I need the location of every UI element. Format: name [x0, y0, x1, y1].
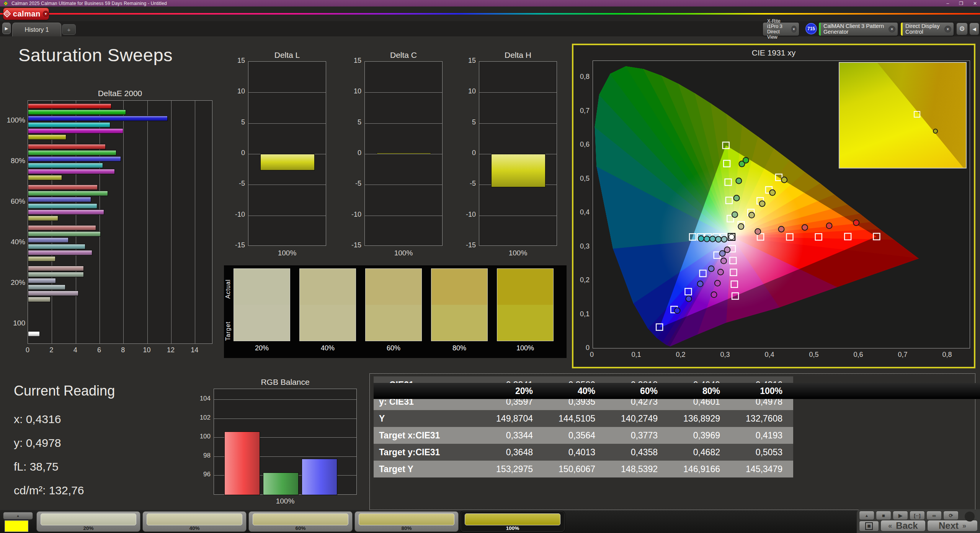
maximize-button[interactable]: ❐	[959, 1, 963, 6]
measured-point-cyan	[704, 236, 710, 242]
current-reading-line: fL: 38,75	[14, 460, 59, 473]
next-button[interactable]: Next »	[927, 520, 978, 531]
meter-dropdown[interactable]: X-Rite i1Pro 3Direct View ▼	[763, 22, 799, 36]
calman-menu-button[interactable]: calman ▼	[3, 8, 49, 20]
back-button[interactable]: « Back	[880, 520, 926, 531]
actual-swatch-60%	[366, 269, 421, 305]
tab-history-1[interactable]: History 1	[12, 23, 61, 36]
delta-y-tick: -5	[345, 180, 361, 188]
delta-y-tick: 0	[459, 149, 476, 157]
table-cell: 153,2975	[481, 464, 544, 474]
app-icon	[3, 1, 8, 6]
delta-bar	[491, 154, 546, 187]
pattern-swatch	[359, 513, 454, 525]
calman-app-window: Calman 2025 Calman Ultimate for Business…	[0, 0, 980, 533]
measurement-table: 20%40%60%80%100%x: CIE310,33410,35800,38…	[374, 376, 793, 477]
pattern-generator-dropdown[interactable]: CalMAN Client 3 Pattern Generator ▼	[818, 22, 898, 36]
swatch-compare-panel: ActualTarget20%40%60%80%100%	[224, 265, 567, 358]
cie-title: CIE 1931 xy	[573, 48, 974, 57]
current-reading-title: Current Reading	[14, 383, 115, 399]
tab-scroll-button[interactable]: ▶	[2, 23, 11, 34]
transport-play-button[interactable]: ▶	[893, 511, 908, 520]
rgb-x-label: 100%	[214, 497, 357, 505]
rgb-balance-title: RGB Balance	[212, 378, 358, 387]
measured-point-yellow	[738, 224, 744, 229]
measured-point-magenta	[724, 247, 730, 253]
rgb-y-tick: 96	[192, 471, 211, 478]
rgb-bar-blue	[302, 459, 337, 495]
swatch-label: 100%	[497, 344, 554, 352]
display-control-dropdown[interactable]: Direct Display Control ▼	[900, 22, 954, 36]
chevron-left-icon: «	[888, 522, 892, 530]
transport-read-series-button[interactable]: [··]	[910, 511, 925, 520]
pattern-button-100%[interactable]: 100%	[461, 511, 565, 532]
target-swatch-60%	[366, 305, 421, 341]
deltae-bar	[28, 150, 116, 155]
table-cell: 145,3479	[731, 464, 793, 474]
table-cell: 149,8704	[481, 414, 544, 424]
table-cell: 0,3648	[481, 447, 544, 458]
settings-button[interactable]: ⚙	[956, 23, 968, 35]
window-title: Calman 2025 Calman Ultimate for Business…	[11, 1, 167, 6]
target-swatch-40%	[300, 305, 356, 341]
title-bar: Calman 2025 Calman Ultimate for Business…	[0, 0, 980, 7]
delta-y-tick: 0	[228, 149, 245, 157]
transport-loop-button[interactable]: ⟳	[943, 511, 959, 520]
table-cell: 0,3773	[606, 430, 668, 441]
deltae-bar	[28, 231, 101, 237]
deltae-bar	[28, 103, 111, 109]
delta-y-tick: -15	[459, 241, 476, 249]
transport-extra-button[interactable]	[965, 512, 975, 522]
deltae-x-tick: 10	[142, 346, 152, 354]
deltae-x-tick: 8	[118, 346, 127, 354]
pattern-button-60%[interactable]: 60%	[248, 511, 353, 532]
delta-bar	[260, 154, 315, 170]
pattern-button-40%[interactable]: 40%	[142, 511, 247, 532]
pattern-button-20%[interactable]: 20%	[36, 511, 140, 532]
current-pattern-swatch	[5, 520, 28, 532]
close-button[interactable]: ✕	[973, 1, 977, 6]
delta-bar	[377, 153, 431, 154]
measured-point-green	[736, 178, 742, 184]
delta-x-label: 100%	[479, 249, 557, 257]
collapse-panel-button[interactable]: ◀	[969, 23, 979, 35]
swatch-label: 60%	[365, 344, 422, 352]
deltae2000-chart	[28, 100, 212, 344]
minimize-button[interactable]: –	[946, 1, 949, 6]
measured-point-magenta	[715, 280, 720, 286]
actual-swatch-100%	[497, 269, 553, 305]
measured-point-green	[732, 212, 738, 217]
table-row-label: Target y:CIE31	[374, 447, 481, 458]
stop-square-button[interactable]: ■	[859, 521, 879, 531]
cie-y-tick: 0,4	[573, 208, 590, 216]
pattern-swatch	[253, 513, 348, 525]
transport-read-continuous-button[interactable]: ∞	[926, 511, 942, 520]
table-cell: 0,4013	[544, 447, 606, 458]
delta-chart-title: Delta C	[364, 51, 443, 60]
measured-point-red	[853, 220, 859, 226]
swatch-label: 40%	[299, 344, 356, 352]
transport-stop-button[interactable]: ■	[876, 511, 891, 520]
pattern-button-label: 40%	[143, 525, 246, 531]
transport-collapse-button[interactable]: ▲	[859, 511, 874, 520]
measured-point-green	[734, 195, 740, 201]
cie-zoom-inset	[839, 62, 967, 168]
cie-x-tick: 0,5	[805, 351, 822, 359]
deltae-bar	[28, 244, 85, 249]
rgb-bar-green	[263, 473, 299, 495]
rgb-balance-chart	[214, 389, 357, 495]
cie-y-tick: 0,7	[573, 107, 590, 115]
pattern-button-80%[interactable]: 80%	[354, 511, 459, 532]
pattern-bar-collapse-button[interactable]: ▲	[3, 512, 33, 520]
measured-point-magenta	[718, 269, 724, 275]
pattern-generator-status-indicator	[819, 23, 821, 36]
add-tab-button[interactable]: +	[62, 24, 76, 35]
actual-swatch-40%	[300, 269, 356, 305]
delta-y-tick: 15	[459, 57, 476, 65]
spectrum-strip	[0, 13, 980, 15]
deltae-group-label: 100%	[3, 116, 25, 124]
actual-row-label: Actual	[225, 270, 232, 308]
meter-reading-badge[interactable]: 715	[805, 23, 817, 34]
deltae-bar	[28, 110, 126, 115]
deltae-bar	[28, 144, 106, 149]
